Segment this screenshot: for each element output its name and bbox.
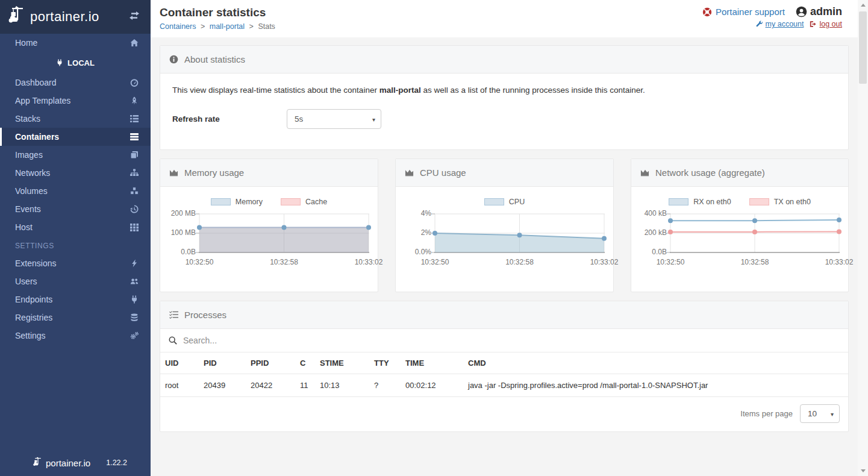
column-header-pid[interactable]: PID	[199, 352, 246, 374]
home-icon	[130, 39, 139, 47]
y-axis-tick-label: 100 MB	[169, 228, 196, 237]
sidebar-item-registries[interactable]: Registries	[0, 308, 151, 327]
x-axis-tick-label: 10:32:58	[270, 258, 298, 266]
legend-item: TX on eth0	[749, 198, 811, 206]
log-out-link[interactable]: log out	[810, 20, 842, 28]
column-header-time[interactable]: TIME	[401, 352, 463, 374]
sidebar-item-label: Extensions	[15, 258, 56, 268]
column-header-tty[interactable]: TTY	[369, 352, 401, 374]
endpoint-label: LOCAL	[67, 58, 95, 67]
table-footer: Items per page 10 ▾	[160, 397, 848, 431]
my-account-label: my account	[766, 20, 804, 28]
x-axis-tick-label: 10:33:02	[355, 258, 383, 266]
column-header-stime[interactable]: STIME	[315, 352, 369, 374]
about-statistics-title: About statistics	[184, 54, 245, 64]
cell-ppid: 20422	[246, 374, 295, 397]
column-header-c[interactable]: C	[295, 352, 315, 374]
cell-cmd: java -jar -Dspring.profiles.active=prod …	[463, 374, 848, 397]
sidebar-item-label: Images	[15, 150, 43, 160]
portainer-logo-icon	[8, 6, 27, 28]
sidebar-item-extensions[interactable]: Extensions	[0, 254, 151, 272]
chart-legend: RX on eth0TX on eth0	[640, 198, 840, 206]
tasks-icon	[169, 310, 178, 319]
cell-pid: 20439	[199, 374, 246, 397]
network-usage-header: Network usage (aggregate)	[631, 159, 848, 187]
items-per-page-select[interactable]: 10 ▾	[800, 404, 840, 423]
breadcrumb-containers-link[interactable]: Containers	[160, 22, 196, 31]
chevron-down-icon: ▾	[372, 116, 375, 122]
charts-row: Memory usage MemoryCache 0.0B100 MB200 M…	[160, 158, 849, 292]
chart-legend: MemoryCache	[169, 198, 369, 206]
footer-version: 1.22.2	[106, 459, 127, 467]
about-statistics-header: About statistics	[160, 46, 848, 74]
x-axis-tick-label: 10:32:50	[421, 258, 449, 266]
column-header-ppid[interactable]: PPID	[246, 352, 295, 374]
portainer-logo-icon-small	[33, 457, 43, 469]
page-content: About statistics This view displays real…	[151, 37, 858, 432]
breadcrumb-container-link[interactable]: mall-portal	[210, 22, 245, 31]
plug-icon	[130, 295, 139, 304]
about-statistics-panel: About statistics This view displays real…	[160, 45, 849, 150]
legend-swatch	[669, 198, 688, 205]
info-icon	[169, 55, 178, 64]
cell-stime: 10:13	[315, 374, 369, 397]
sidebar-logo[interactable]: portainer.io	[0, 0, 151, 34]
sidebar-item-app-templates[interactable]: App Templates	[0, 92, 151, 110]
sidebar-item-endpoints[interactable]: Endpoints	[0, 290, 151, 308]
rocket-icon	[130, 96, 139, 105]
y-axis-tick-label: 4%	[404, 209, 431, 218]
processes-search	[160, 329, 848, 352]
x-axis-tick-label: 10:32:50	[186, 258, 214, 266]
layers-icon	[130, 151, 139, 159]
cell-tty: ?	[369, 374, 401, 397]
sidebar-item-events[interactable]: Events	[0, 200, 151, 218]
scroll-down-arrow[interactable]	[858, 466, 868, 476]
endpoint-switcher[interactable]: LOCAL	[0, 53, 151, 72]
header-user-area: Portainer support admin my account	[702, 5, 842, 28]
about-description: This view displays real-time statistics …	[172, 86, 836, 95]
username: admin	[810, 5, 842, 18]
scroll-up-arrow[interactable]	[858, 0, 868, 10]
search-input[interactable]	[182, 335, 840, 346]
portainer-support-link[interactable]: Portainer support	[702, 7, 785, 17]
y-axis-tick-label: 0.0B	[640, 248, 667, 256]
sidebar-item-users[interactable]: Users	[0, 272, 151, 290]
sidebar-item-networks[interactable]: Networks	[0, 164, 151, 182]
column-header-cmd[interactable]: CMD	[463, 352, 848, 374]
page-scrollbar[interactable]	[858, 0, 868, 476]
user-menu[interactable]: admin	[796, 5, 842, 18]
wrench-icon	[756, 20, 763, 28]
plug-icon	[56, 59, 63, 66]
list-icon	[130, 114, 139, 123]
sidebar-item-stacks[interactable]: Stacks	[0, 110, 151, 128]
area-chart-icon	[169, 168, 178, 177]
sidebar-collapse-icon[interactable]	[128, 11, 141, 23]
memory-usage-title: Memory usage	[184, 168, 244, 178]
table-row: root 20439 20422 11 10:13 ? 00:02:12 jav…	[160, 374, 848, 397]
scrollbar-thumb[interactable]	[859, 11, 867, 84]
legend-swatch	[484, 198, 504, 205]
y-axis-tick-label: 0.0B	[169, 248, 196, 256]
sidebar-item-host[interactable]: Host	[0, 218, 151, 236]
sidebar-item-label: Users	[15, 277, 37, 286]
sidebar-item-dashboard[interactable]: Dashboard	[0, 74, 151, 92]
refresh-rate-select[interactable]: 5s ▾	[287, 109, 381, 129]
table-header-row: UID PID PPID C STIME TTY TIME CMD	[160, 352, 848, 374]
sidebar-item-label: Volumes	[15, 186, 48, 196]
y-axis-tick-label: 400 kB	[640, 209, 667, 218]
refresh-rate-label: Refresh rate	[172, 114, 287, 124]
sidebar-section-settings: SETTINGS	[0, 236, 151, 254]
my-account-link[interactable]: my account	[756, 20, 804, 28]
database-icon	[130, 313, 139, 322]
sidebar-item-containers[interactable]: Containers	[0, 128, 151, 146]
sidebar-item-label: App Templates	[15, 96, 70, 105]
sidebar-item-settings[interactable]: Settings	[0, 327, 151, 345]
sidebar-item-volumes[interactable]: Volumes	[0, 182, 151, 200]
y-axis-tick-label: 200 MB	[169, 209, 196, 218]
sidebar-item-images[interactable]: Images	[0, 146, 151, 164]
x-axis-tick-label: 10:32:50	[657, 258, 685, 266]
sidebar-item-home[interactable]: Home	[0, 34, 151, 52]
column-header-uid[interactable]: UID	[160, 352, 199, 374]
cpu-usage-chart: CPU 0.0%2%4%10:32:5010:32:5810:33:02	[396, 187, 613, 271]
memory-usage-chart: MemoryCache 0.0B100 MB200 MB10:32:5010:3…	[160, 187, 378, 271]
